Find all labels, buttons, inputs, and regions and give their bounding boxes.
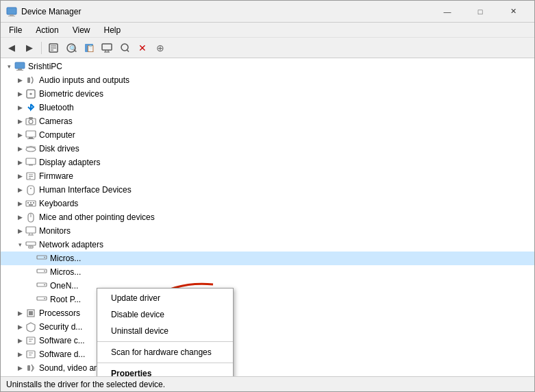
svg-rect-42 [29, 204, 33, 206]
svg-rect-50 [26, 242, 36, 245]
minimize-button[interactable]: — [432, 4, 463, 19]
disk-expand[interactable]: ▶ [14, 143, 25, 154]
onen-expand [25, 280, 36, 291]
menu-file[interactable]: File [3, 24, 27, 36]
audio-expand[interactable]: ▶ [14, 75, 25, 86]
svg-rect-25 [26, 131, 36, 137]
tree-sound[interactable]: ▶ Sound, video and game controllers [1, 361, 534, 375]
computer-expand[interactable]: ▶ [14, 130, 25, 140]
cameras-label: Cameras [39, 117, 73, 126]
root-expand-icon[interactable]: ▾ [3, 61, 14, 72]
title-bar: Device Manager — □ ✕ [1, 1, 534, 23]
ctx-scan-hardware[interactable]: Scan for hardware changes [97, 344, 233, 360]
menu-bar: File Action View Help [1, 23, 534, 38]
ctx-properties[interactable]: Properties [97, 365, 233, 376]
tree-onen[interactable]: OneN... [1, 279, 534, 293]
tree-audio[interactable]: ▶ Audio inputs and outputs [1, 73, 534, 87]
biometric-expand[interactable]: ▶ [14, 88, 25, 99]
processors-label: Processors [39, 308, 80, 318]
toolbar-remove[interactable]: ✕ [134, 40, 151, 56]
tree-hid[interactable]: ▶ Human Interface Devices [1, 183, 534, 197]
tree-cameras[interactable]: ▶ Cameras [1, 114, 534, 128]
tree-display[interactable]: ▶ Display adapters [1, 156, 534, 169]
tree-security[interactable]: ▶ Security d... [1, 320, 534, 334]
tree-computer[interactable]: ▶ Computer [1, 128, 534, 142]
onen-icon [36, 280, 47, 291]
keyboards-expand[interactable]: ▶ [14, 198, 25, 209]
toolbar-scan[interactable] [116, 40, 133, 56]
toolbar-add[interactable]: ⊕ [152, 40, 169, 56]
softwared-icon [25, 349, 36, 360]
processors-expand[interactable]: ▶ [14, 308, 25, 319]
svg-rect-26 [29, 137, 33, 138]
security-icon [25, 321, 36, 332]
firmware-icon [25, 171, 36, 182]
micros1-icon [36, 253, 47, 264]
svg-rect-36 [27, 186, 34, 195]
mice-icon [25, 212, 36, 223]
tree-root[interactable]: ▾ SrishtiPC [1, 60, 534, 73]
monitors-expand[interactable]: ▶ [14, 225, 25, 236]
svg-rect-18 [18, 69, 22, 70]
tree-micros1[interactable]: Micros... [1, 252, 534, 265]
svg-rect-1 [10, 14, 14, 16]
menu-action[interactable]: Action [30, 24, 64, 36]
tree-softwared[interactable]: ▶ Software d... [1, 347, 534, 361]
toolbar-properties[interactable] [45, 40, 62, 56]
tree-mice[interactable]: ▶ Mice and other pointing devices [1, 210, 534, 224]
softwared-expand[interactable]: ▶ [14, 349, 25, 360]
ctx-update-driver[interactable]: Update driver [97, 290, 233, 306]
cameras-expand[interactable]: ▶ [14, 116, 25, 127]
audio-label: Audio inputs and outputs [39, 75, 129, 85]
network-expand[interactable]: ▾ [14, 239, 25, 250]
network-label: Network adapters [39, 240, 103, 249]
keyboards-label: Keyboards [39, 199, 78, 208]
sound-expand[interactable]: ▶ [14, 363, 25, 373]
tree-firmware[interactable]: ▶ Firmware [1, 169, 534, 183]
mice-expand[interactable]: ▶ [14, 212, 25, 223]
ctx-disable-device[interactable]: Disable device [97, 306, 233, 323]
softwarec-expand[interactable]: ▶ [14, 335, 25, 346]
micros1-expand [25, 253, 36, 264]
tree-bluetooth[interactable]: ▶ Bluetooth [1, 101, 534, 114]
device-manager-window: Device Manager — □ ✕ File Action View He… [0, 0, 535, 392]
close-button[interactable]: ✕ [497, 4, 529, 19]
tree-micros2[interactable]: Micros... [1, 265, 534, 279]
tree-storage[interactable]: ▶ Storage controllers [1, 375, 534, 376]
tree-softwarec[interactable]: ▶ Software c... [1, 334, 534, 347]
softwared-label: Software d... [39, 350, 85, 359]
toolbar-back[interactable]: ◀ [3, 40, 20, 56]
tree-rootp[interactable]: Root P... [1, 293, 534, 306]
svg-rect-31 [29, 164, 33, 166]
firmware-expand[interactable]: ▶ [14, 171, 25, 182]
toolbar-monitor[interactable] [99, 40, 115, 56]
app-icon [6, 6, 17, 17]
svg-rect-39 [27, 202, 29, 204]
security-expand[interactable]: ▶ [14, 321, 25, 332]
window-title: Device Manager [21, 7, 81, 16]
tree-biometric[interactable]: ▶ Biometric devices [1, 87, 534, 101]
tree-view[interactable]: ▾ SrishtiPC ▶ Audio inputs and outputs ▶ [1, 58, 534, 376]
micros2-icon [36, 267, 47, 278]
svg-rect-17 [15, 62, 25, 69]
toolbar-sep1 [41, 42, 42, 54]
tree-network[interactable]: ▾ Network adapters [1, 238, 534, 252]
tree-processors[interactable]: ▶ Processors [1, 306, 534, 320]
toolbar-disable[interactable]: 📋 [81, 40, 97, 56]
tree-monitors[interactable]: ▶ Monitors [1, 224, 534, 238]
toolbar-forward[interactable]: ▶ [21, 40, 38, 56]
menu-view[interactable]: View [67, 24, 96, 36]
menu-help[interactable]: Help [99, 24, 127, 36]
hid-expand[interactable]: ▶ [14, 184, 25, 195]
tree-keyboards[interactable]: ▶ Keyboards [1, 197, 534, 210]
tree-disk[interactable]: ▶ Disk drives [1, 142, 534, 156]
ctx-uninstall-device[interactable]: Uninstall device [97, 323, 233, 339]
maximize-button[interactable]: □ [464, 4, 496, 19]
svg-rect-20 [27, 77, 30, 83]
micros2-label: Micros... [50, 267, 81, 277]
ctx-sep2 [97, 363, 233, 363]
bluetooth-expand[interactable]: ▶ [14, 102, 25, 113]
display-expand[interactable]: ▶ [14, 157, 25, 168]
toolbar-update-driver[interactable]: 🔍 [63, 40, 79, 56]
svg-rect-61 [29, 311, 33, 315]
